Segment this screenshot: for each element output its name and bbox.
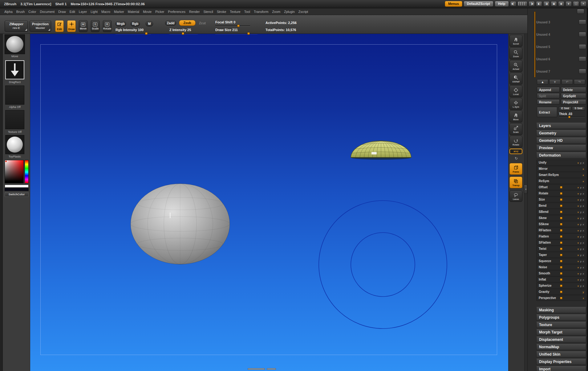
stroke-thumbnail[interactable] xyxy=(5,60,24,79)
deformation-row[interactable]: Twist x y z xyxy=(536,246,586,252)
axis-toggles[interactable]: x y z xyxy=(578,198,584,201)
axis-toggles[interactable]: x y z xyxy=(578,272,584,275)
close-icon[interactable]: × xyxy=(580,1,586,6)
axis-toggles[interactable]: x y z xyxy=(578,278,584,281)
xyz-button[interactable]: XYZ xyxy=(509,149,522,154)
menu-item[interactable]: Brush xyxy=(14,10,26,14)
menu-item[interactable]: Layer xyxy=(77,10,89,14)
secondary-color-swatch[interactable] xyxy=(5,188,29,191)
tool-slot[interactable]: Unused 4 xyxy=(536,28,586,41)
deformation-row[interactable]: Spherize x y z xyxy=(536,283,586,289)
deformation-row[interactable]: Bend x y z xyxy=(536,203,586,209)
palette-section-header[interactable]: Polygroups xyxy=(536,314,586,321)
palette-section-header[interactable]: Unified Skin xyxy=(536,351,586,357)
alpha-thumbnail[interactable] xyxy=(5,86,24,105)
menu-item[interactable]: Edit xyxy=(68,10,77,14)
grpsplit-button[interactable]: GrpSplit xyxy=(561,93,586,98)
deformation-row[interactable]: RFlatten x y z xyxy=(536,227,586,233)
menu-item[interactable]: Render xyxy=(187,10,201,14)
zoom-button[interactable]: Zoom xyxy=(509,48,522,59)
slider-knob[interactable] xyxy=(237,25,240,27)
maximize-icon[interactable]: ▢ xyxy=(573,1,579,6)
spin-icon[interactable]: ↻ xyxy=(513,155,519,162)
palette-section-header[interactable]: Geometry xyxy=(536,130,586,136)
move-up-arrow-button[interactable]: ▲ xyxy=(537,79,548,85)
slider-knob[interactable] xyxy=(560,291,562,293)
append-button[interactable]: Append xyxy=(537,87,560,92)
tool-slot[interactable]: Unused 6 xyxy=(536,53,586,65)
slider-knob[interactable] xyxy=(560,278,562,281)
menu-item[interactable]: Transform xyxy=(252,10,270,14)
current-tool-thumbnail[interactable] xyxy=(5,34,25,54)
rgb-intensity-slider[interactable]: Rgb Intensity 100 xyxy=(116,28,151,33)
palette-section-header[interactable]: Layers xyxy=(536,123,586,129)
lock-icon[interactable]: ▣ xyxy=(551,1,557,6)
menu-item[interactable]: Zplugin xyxy=(282,10,296,14)
tool-thumbnail-icon[interactable] xyxy=(577,9,584,14)
axis-toggles[interactable]: x y z xyxy=(578,229,584,232)
deformation-row[interactable]: Mirror x xyxy=(536,166,586,172)
menu-item[interactable]: Tool xyxy=(242,10,252,14)
menu-item[interactable]: Macro xyxy=(99,10,112,14)
edit-button[interactable]: Edit xyxy=(55,20,64,32)
axis-toggles[interactable]: z xyxy=(583,297,584,300)
aahalf-button[interactable]: AAHalf xyxy=(509,73,522,85)
slider-knob[interactable] xyxy=(560,217,562,219)
draw-size-slider[interactable]: Draw Size 211 xyxy=(215,28,258,33)
menu-item[interactable]: Draw xyxy=(56,10,68,14)
slider-knob[interactable] xyxy=(560,297,562,299)
palette-section-header[interactable]: Displacement xyxy=(536,337,586,343)
axis-toggles[interactable]: x y z xyxy=(578,248,584,250)
menu-item[interactable]: Zscript xyxy=(297,10,310,14)
canvas-scrollbar-segment[interactable] xyxy=(267,368,276,370)
deformation-row[interactable]: Smooth x y z xyxy=(536,270,586,276)
rotate-mode-button[interactable]: R Rotate xyxy=(103,20,112,32)
palette-section-header[interactable]: Masking xyxy=(536,307,586,313)
rotate-canvas-button[interactable]: Rotate xyxy=(509,136,522,148)
texture-thumbnail[interactable] xyxy=(5,110,24,129)
esmt-toggle[interactable]: E Smt xyxy=(559,106,571,110)
slider-knob[interactable] xyxy=(560,241,562,244)
axis-toggles[interactable]: x xyxy=(583,180,584,183)
deformation-row[interactable]: Perspective z xyxy=(536,295,586,301)
axis-toggles[interactable]: x y z xyxy=(578,266,584,269)
deformation-row[interactable]: Inflat x y z xyxy=(536,277,586,282)
primary-color-swatch[interactable] xyxy=(5,185,29,188)
menu-item[interactable]: Stencil xyxy=(201,10,215,14)
axis-toggles[interactable]: x y z xyxy=(578,241,584,244)
slider-knob[interactable] xyxy=(145,32,148,35)
menu-item[interactable]: Marker xyxy=(112,10,126,14)
color-sv-picker[interactable] xyxy=(5,160,24,183)
deformation-row[interactable]: Skew x y z xyxy=(536,215,586,221)
help-button[interactable]: Help xyxy=(495,1,509,7)
tool-thumbnail-icon[interactable] xyxy=(579,32,586,37)
deformation-row[interactable]: Size x y z xyxy=(536,197,586,202)
deformation-row[interactable]: ReSym x xyxy=(536,178,586,184)
menu-item[interactable]: Texture xyxy=(228,10,242,14)
axis-toggles[interactable]: x y z xyxy=(578,211,584,213)
deformation-row[interactable]: SBend x y z xyxy=(536,209,586,215)
tool-thumbnail-icon[interactable] xyxy=(579,20,586,25)
tool-slot[interactable]: Unused 5 xyxy=(536,41,586,53)
slider-knob[interactable] xyxy=(560,260,562,262)
deformation-row[interactable]: Unify x y z xyxy=(536,160,586,166)
palette-section-header[interactable]: Preview xyxy=(536,145,586,151)
local-pivot-button[interactable]: Local xyxy=(509,86,522,97)
axis-toggles[interactable]: x y z xyxy=(578,205,584,207)
palette-section-header[interactable]: Geometry HD xyxy=(536,138,586,144)
slider-knob[interactable] xyxy=(560,211,562,213)
move-mode-button[interactable]: M Move xyxy=(79,20,87,32)
default-zscript-button[interactable]: DefaultZScript xyxy=(464,1,493,7)
record-dot-icon[interactable]: ◉ xyxy=(558,1,564,6)
axis-toggles[interactable]: x y z xyxy=(578,186,584,189)
focal-shift-slider[interactable]: Focal Shift 0 xyxy=(215,20,250,25)
transparency-button[interactable]: Transp xyxy=(509,177,522,188)
axis-toggles[interactable]: x y z xyxy=(578,254,584,257)
zmapper-button[interactable]: ZMapper rev-E xyxy=(5,21,28,32)
thick-slider[interactable]: Thick .03 xyxy=(559,112,585,116)
deformation-row[interactable]: SSkew x y z xyxy=(536,221,586,227)
slider-knob[interactable] xyxy=(560,186,562,189)
material-thumbnail[interactable] xyxy=(5,135,24,154)
menus-button[interactable]: Menus xyxy=(445,1,462,7)
palette-section-header[interactable]: Display Properties xyxy=(536,359,586,365)
